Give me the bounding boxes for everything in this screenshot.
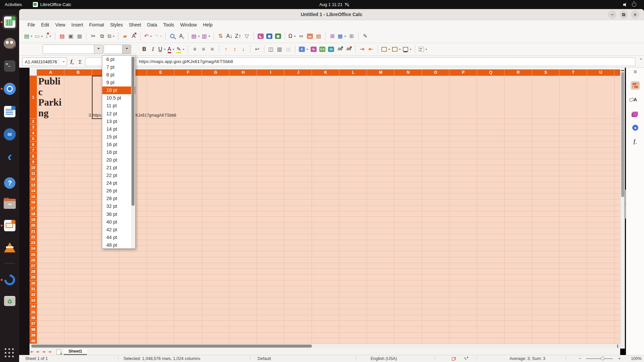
dock-item-terminal[interactable]: >_ [2,59,17,73]
dock-item-libreoffice-writer[interactable] [2,104,17,119]
row-header-1[interactable]: 1 [30,76,37,119]
insert-special-character-button[interactable]: Ω [287,31,297,41]
cell-B1-text[interactable]: 3 [64,113,91,118]
sidebar-tab-navigator[interactable]: ◆ [631,123,640,132]
vertical-scrollbar-thumb[interactable] [621,72,624,197]
font-name-combobox[interactable] [43,45,103,54]
row-header-25[interactable]: 25 [30,251,37,257]
minimize-button[interactable]: − [608,10,616,19]
row-header-29[interactable]: 29 [30,275,37,280]
column-header-P[interactable]: P [449,69,477,76]
average-sum-status[interactable]: Average: 3; Sum: 3 [509,355,545,362]
open-button[interactable]: ▭ [34,31,44,41]
dock-item-chromium[interactable] [2,81,17,96]
column-header-A[interactable]: A [37,69,64,76]
format-as-currency-button[interactable]: 0 [298,44,309,54]
document-modified-icon[interactable]: ✎ [464,355,468,362]
row-header-37[interactable]: 37 [30,321,37,326]
align-right-button[interactable]: ≡ [208,44,217,54]
row-header-19[interactable]: 19 [30,217,37,223]
align-left-button[interactable]: ≡ [191,44,199,54]
sheet-tab-sheet1[interactable]: Sheet1 [64,349,87,355]
row-header-38[interactable]: 38 [30,326,37,332]
unmerge-cells-button[interactable]: ▦ [284,44,293,54]
zoom-slider[interactable] [586,355,613,362]
print-preview-button[interactable]: ▩ [75,31,84,41]
border-style-button[interactable] [391,44,402,54]
row-header-31[interactable]: 31 [30,286,37,292]
insert-comment-button[interactable]: ▬ [306,31,314,41]
table-borders-button[interactable]: ▦ [337,31,347,41]
undo-button[interactable]: ↶ [143,31,153,41]
dock-item-trash[interactable]: ♻ [2,293,17,308]
row-header-5[interactable]: 5 [30,136,37,142]
window-titlebar[interactable]: Untitled 1 - LibreOffice Calc − ⧉ × [19,9,644,20]
menu-format[interactable]: Format [86,20,107,29]
row-header-2[interactable]: 2 [30,119,37,124]
horizontal-scrollbar[interactable] [30,344,620,349]
font-size-option-8pt[interactable]: 8 pt [102,71,135,79]
headers-and-footers-button[interactable]: ▤ [314,31,323,41]
name-box-dropdown-button[interactable] [59,58,67,66]
font-size-option-13pt[interactable]: 13 pt [102,118,135,125]
highlighting-color-button[interactable]: ✎ [175,44,185,54]
insert-column-button[interactable]: ▥ [201,31,211,41]
sidebar-tab-properties[interactable] [631,81,640,90]
row-header-30[interactable]: 30 [30,281,37,286]
clear-formatting-button[interactable]: A [129,31,138,41]
row-header-32[interactable]: 32 [30,292,37,298]
font-size-option-20pt[interactable]: 20 pt [102,156,135,164]
name-box-value[interactable]: A1:AMJ1048576 [22,59,59,64]
insert-mode-icon[interactable] [452,355,457,362]
find-and-replace-button[interactable] [168,31,177,41]
font-size-option-40pt[interactable]: 40 pt [102,218,135,226]
font-size-option-12pt[interactable]: 12 pt [102,110,135,118]
merge-and-center-cells-button[interactable]: ◫ [267,44,275,54]
dock-item-gimp[interactable] [2,36,17,51]
row-header-14[interactable]: 14 [30,188,37,194]
row-header-22[interactable]: 22 [30,234,37,240]
dock-item-vlc[interactable] [2,240,17,255]
menu-insert[interactable]: Insert [68,20,86,29]
row-header-23[interactable]: 23 [30,240,37,246]
autofilter-button[interactable]: ▽ [243,31,251,41]
column-header-F[interactable]: F [174,69,202,76]
column-header-T[interactable]: T [559,69,587,76]
row-header-35[interactable]: 35 [30,309,37,315]
row-header-18[interactable]: 18 [30,211,37,217]
merge-cells-button[interactable]: ▥ [275,44,284,54]
font-color-button[interactable]: A [167,44,176,54]
bold-button[interactable]: B [140,44,149,54]
increase-indent-button[interactable]: ⇥ [358,44,367,54]
add-sheet-button[interactable] [56,349,61,355]
row-header-33[interactable]: 33 [30,298,37,303]
row-header-11[interactable]: 11 [30,171,37,176]
row-headers[interactable]: 1 23456789101112131415161718192021222324… [30,76,37,344]
row-header-40[interactable]: 40 [30,338,37,344]
menu-window[interactable]: Window [177,20,200,29]
font-size-value[interactable] [104,45,122,54]
insert-row-button[interactable]: ▤ [191,31,201,41]
column-header-B[interactable]: B [64,69,92,76]
row-header-8[interactable]: 8 [30,153,37,159]
column-header-G[interactable]: G [202,69,229,76]
font-size-option-10.5pt[interactable]: 10.5 pt [102,94,135,102]
activities-button[interactable]: Activities [5,0,22,9]
column-header-K[interactable]: K [312,69,339,76]
row-header-6[interactable]: 6 [30,142,37,147]
font-size-option-28pt[interactable]: 28 pt [102,195,135,202]
column-header-L[interactable]: L [339,69,367,76]
dropdown-scrollbar[interactable] [131,56,135,248]
view-grid-lines-button[interactable]: ⊞ [347,31,356,41]
column-header-H[interactable]: H [229,69,257,76]
align-center-button[interactable]: ≡ [199,44,208,54]
export-as-pdf-button[interactable]: ▤ [58,31,66,41]
row-header-7[interactable]: 7 [30,147,37,153]
row-header-34[interactable]: 34 [30,304,37,309]
dock-item-thunderbird[interactable]: ✉ [2,127,17,142]
align-top-button[interactable]: ↑ [222,44,230,54]
font-size-combobox[interactable] [104,45,131,54]
format-as-date-button[interactable]: 15 [327,44,335,54]
font-size-option-9pt[interactable]: 9 pt [102,79,135,86]
save-button[interactable]: ↓ [44,31,53,41]
